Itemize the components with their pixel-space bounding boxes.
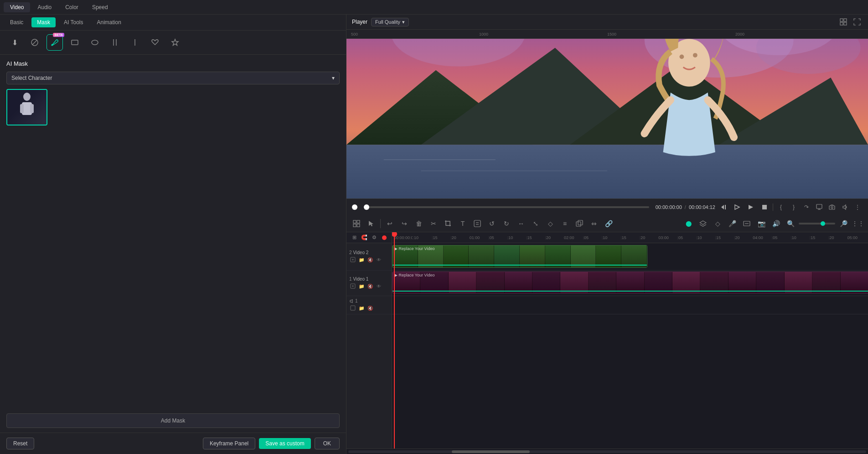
video2-clip[interactable]: ▶ Replace Your Video — [392, 245, 647, 268]
tl-adjust-icon[interactable]: ≡ — [558, 217, 571, 230]
video1-clip[interactable]: ▶ Replace Your Video — [392, 271, 868, 293]
zoom-slider[interactable] — [799, 223, 835, 224]
tab-video[interactable]: Video — [4, 2, 30, 12]
video1-folder-icon[interactable]: 📁 — [358, 282, 365, 290]
audio1-folder-icon[interactable]: 📁 — [358, 304, 365, 312]
tl-clone-icon[interactable] — [573, 217, 586, 230]
tl-keyframe-icon[interactable]: ◇ — [711, 217, 724, 230]
tl-mic-icon[interactable]: 🎤 — [726, 217, 739, 230]
bracket-left-icon[interactable]: { — [776, 202, 786, 212]
video2-folder-icon[interactable]: 📁 — [358, 256, 365, 263]
audio1-add-icon[interactable] — [349, 304, 356, 312]
tl-label-grid[interactable]: ⊞ — [350, 234, 358, 242]
video1-eye-icon[interactable]: 👁 — [375, 282, 382, 290]
camera-icon[interactable] — [827, 202, 837, 212]
timeline-scrubber[interactable] — [364, 206, 649, 208]
tl-label-snap[interactable]: 🧲 — [360, 234, 368, 242]
character-thumb-1[interactable] — [6, 89, 47, 125]
track-label-audio1: 1 📁 🔇 — [346, 296, 392, 314]
tl-filter-green-btn[interactable]: ⬤ — [682, 217, 695, 230]
keyframe-panel-button[interactable]: Keyframe Panel — [203, 438, 255, 449]
tab-color[interactable]: Color — [59, 2, 85, 12]
svg-rect-36 — [762, 205, 767, 209]
stop-btn[interactable] — [759, 202, 770, 213]
brush-tool-btn[interactable]: BETA — [46, 34, 63, 51]
step-back-btn[interactable] — [718, 202, 729, 213]
audio1-track — [392, 296, 868, 314]
ellipse-tool-btn[interactable] — [87, 34, 103, 51]
tl-sticker-icon[interactable] — [471, 217, 484, 230]
star-tool-btn[interactable] — [167, 34, 183, 51]
no-tool-btn[interactable] — [26, 34, 43, 51]
play-frame-btn[interactable] — [732, 202, 743, 213]
tl-pointer-icon[interactable] — [365, 217, 377, 230]
svg-rect-52 — [578, 220, 583, 225]
tl-cut-icon[interactable]: ✂ — [427, 217, 440, 230]
volume-icon[interactable] — [840, 202, 850, 212]
grid-view-icon[interactable] — [838, 16, 849, 27]
time-mark-10: :05 — [583, 235, 601, 240]
time-ruler: 00:00:00:05 :10 :15 :20 01:00 :05 :10 :1… — [392, 232, 868, 243]
double-line-tool-btn[interactable] — [107, 34, 123, 51]
save-as-custom-button[interactable]: Save as custom — [259, 438, 310, 449]
tl-more-icon[interactable]: ⋮⋮ — [852, 217, 864, 230]
tl-link-icon[interactable]: 🔗 — [602, 217, 615, 230]
heart-tool-btn[interactable] — [147, 34, 163, 51]
sub-tab-ai-tools[interactable]: AI Tools — [58, 17, 88, 27]
tl-delete-icon[interactable]: 🗑 — [413, 217, 425, 230]
video2-waveform — [393, 265, 647, 266]
single-line-tool-btn[interactable] — [127, 34, 143, 51]
playhead-dot[interactable] — [352, 204, 357, 210]
tl-resize-icon[interactable]: ⤡ — [529, 217, 542, 230]
tl-diamond-icon[interactable]: ◇ — [544, 217, 557, 230]
tl-expand-icon[interactable]: ⇔ — [588, 217, 600, 230]
monitor-icon[interactable] — [814, 202, 824, 212]
tl-text-icon[interactable]: T — [456, 217, 469, 230]
sub-tab-basic[interactable]: Basic — [5, 17, 29, 27]
video1-volume-icon[interactable]: 🔇 — [367, 282, 374, 290]
forward-icon[interactable]: ↷ — [801, 202, 811, 212]
tab-audio[interactable]: Audio — [31, 2, 58, 12]
tl-sound-icon[interactable]: 🔊 — [770, 217, 782, 230]
tl-flip-h-icon[interactable]: ↔ — [515, 217, 527, 230]
h-scrollbar-track[interactable] — [348, 450, 866, 453]
sub-tab-animation[interactable]: Animation — [91, 17, 126, 27]
video2-volume-icon[interactable]: 🔇 — [367, 256, 374, 263]
settings-icon[interactable]: ⋮ — [852, 202, 863, 212]
quality-select[interactable]: Full Quality ▾ — [371, 18, 409, 26]
add-mask-button[interactable]: Add Mask — [6, 413, 340, 428]
sub-tab-mask[interactable]: Mask — [31, 17, 56, 27]
fullscreen-icon[interactable] — [852, 16, 863, 27]
svg-rect-46 — [357, 224, 360, 227]
download-tool-btn[interactable]: ⬇ — [6, 34, 23, 51]
tl-zoom-out-icon[interactable]: 🔍 — [784, 217, 797, 230]
tl-rotate2-icon[interactable]: ↻ — [500, 217, 513, 230]
tl-redo-icon[interactable]: ↪ — [398, 217, 411, 230]
h-scrollbar-thumb[interactable] — [452, 450, 529, 453]
player-area: Player Full Quality ▾ 500 — [346, 15, 868, 215]
tl-label-settings[interactable]: ⚙ — [370, 234, 378, 242]
rectangle-tool-btn[interactable] — [67, 34, 83, 51]
tl-rotate-icon[interactable]: ↺ — [486, 217, 498, 230]
audio1-volume-icon[interactable]: 🔇 — [367, 304, 374, 312]
tl-zoom-in-icon[interactable]: 🔎 — [837, 217, 850, 230]
select-character-dropdown[interactable]: Select Character ▾ — [6, 72, 340, 84]
tab-speed[interactable]: Speed — [86, 2, 114, 12]
video1-add-icon[interactable] — [349, 282, 356, 290]
tl-subtitles-icon[interactable] — [740, 217, 753, 230]
select-character-label: Select Character — [11, 75, 52, 81]
video2-eye-icon[interactable]: 👁 — [375, 256, 382, 263]
player-label: Player — [352, 19, 367, 25]
reset-button[interactable]: Reset — [6, 438, 34, 449]
tl-camera2-icon[interactable]: 📷 — [755, 217, 768, 230]
timeline-toolbar: ↩ ↪ 🗑 ✂ T ↺ ↻ ↔ ⤡ ◇ ≡ ⇔ — [346, 215, 868, 232]
video2-add-icon[interactable] — [349, 256, 356, 263]
tl-undo-icon[interactable]: ↩ — [383, 217, 396, 230]
bracket-right-icon[interactable]: } — [789, 202, 799, 212]
timeline-tracks[interactable]: 00:00:00:05 :10 :15 :20 01:00 :05 :10 :1… — [392, 232, 868, 449]
play-btn[interactable] — [745, 202, 756, 213]
tl-layer-icon[interactable] — [697, 217, 709, 230]
ok-button[interactable]: OK — [315, 438, 340, 449]
tl-grid-icon[interactable] — [350, 217, 363, 230]
tl-crop-icon[interactable] — [442, 217, 455, 230]
